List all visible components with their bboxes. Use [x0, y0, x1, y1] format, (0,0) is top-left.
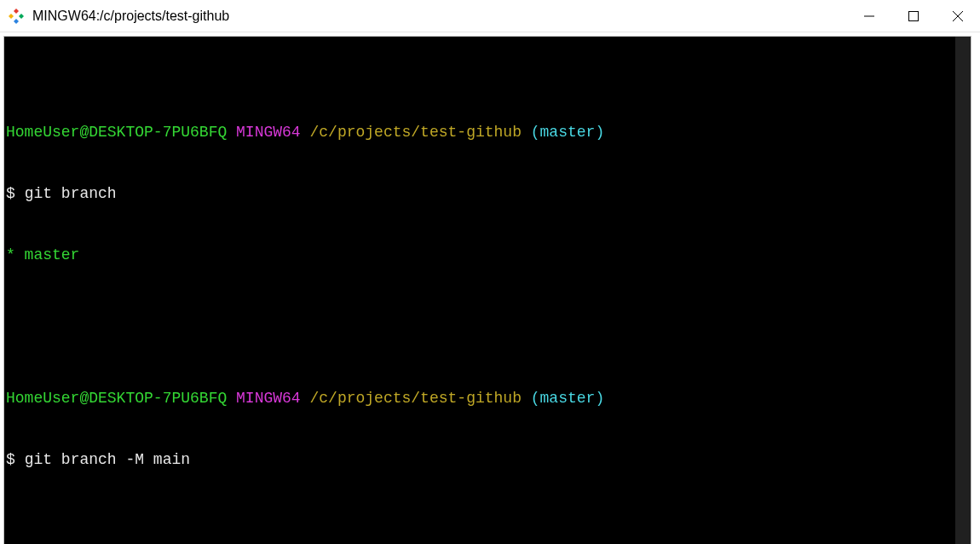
prompt-userhost: HomeUser@DESKTOP-7PU6BFQ — [6, 124, 227, 141]
output-line: * master — [6, 245, 971, 265]
scrollbar[interactable] — [955, 37, 971, 544]
prompt-sys: MINGW64 — [236, 390, 301, 407]
svg-marker-1 — [19, 14, 24, 19]
prompt-branch: (master) — [531, 124, 604, 141]
close-button[interactable] — [936, 0, 980, 32]
prompt-line: HomeUser@DESKTOP-7PU6BFQ MINGW64 /c/proj… — [6, 388, 971, 408]
app-icon — [9, 9, 24, 24]
prompt-path: /c/projects/test-github — [310, 390, 522, 407]
svg-marker-3 — [9, 14, 14, 19]
svg-rect-5 — [909, 11, 919, 20]
prompt-sys: MINGW64 — [236, 124, 301, 141]
prompt-dollar: $ — [6, 185, 15, 202]
prompt-path: /c/projects/test-github — [310, 124, 522, 141]
maximize-button[interactable] — [891, 0, 936, 32]
blank-line — [6, 306, 971, 327]
window-titlebar: MINGW64:/c/projects/test-github — [0, 0, 980, 32]
command-text: git branch — [25, 185, 117, 202]
blank-line — [6, 511, 971, 531]
svg-marker-2 — [14, 19, 19, 24]
command-line: $ git branch -M main — [6, 449, 971, 470]
svg-marker-0 — [14, 9, 19, 14]
prompt-userhost: HomeUser@DESKTOP-7PU6BFQ — [6, 390, 227, 407]
prompt-dollar: $ — [6, 451, 15, 468]
window-title: MINGW64:/c/projects/test-github — [32, 9, 229, 24]
terminal[interactable]: HomeUser@DESKTOP-7PU6BFQ MINGW64 /c/proj… — [3, 36, 971, 544]
prompt-line: HomeUser@DESKTOP-7PU6BFQ MINGW64 /c/proj… — [6, 122, 971, 142]
command-line: $ git branch — [6, 183, 971, 204]
prompt-branch: (master) — [531, 390, 604, 407]
minimize-button[interactable] — [847, 0, 891, 32]
branch-selected: * master — [6, 246, 79, 263]
command-text: git branch -M main — [25, 451, 190, 468]
terminal-container: HomeUser@DESKTOP-7PU6BFQ MINGW64 /c/proj… — [0, 32, 980, 544]
